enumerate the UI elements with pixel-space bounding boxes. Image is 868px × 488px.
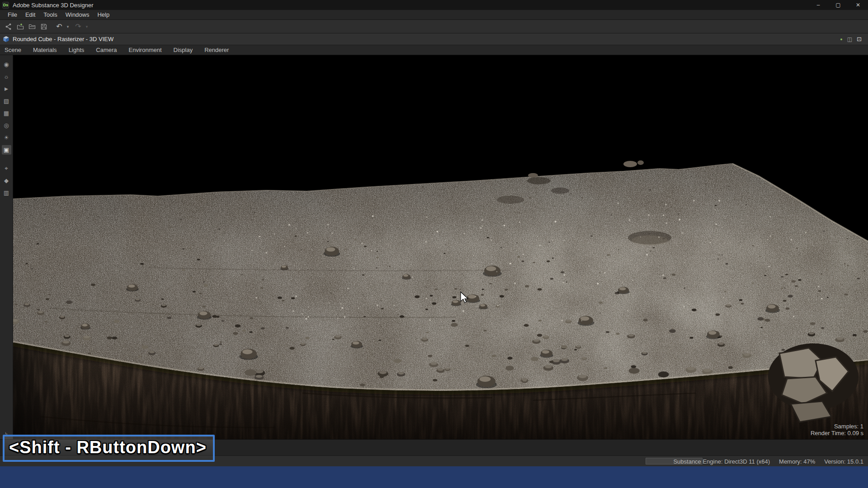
3d-view-menubar: Scene Materials Lights Camera Environmen… (0, 45, 868, 55)
save-glyph (40, 23, 47, 30)
save-icon[interactable] (38, 21, 50, 32)
light-icon[interactable]: ☼ (2, 72, 11, 81)
material-icon[interactable]: ▧ (2, 96, 11, 106)
redo-button[interactable]: ↷ (72, 21, 84, 32)
close-button[interactable]: ✕ (848, 0, 868, 10)
node-graph-glyph (5, 23, 12, 30)
main-toolbar: ↶ ▾ ↷ ▾ (0, 20, 868, 33)
menu-display[interactable]: Display (174, 47, 193, 53)
magnify-icon[interactable]: ◎ (2, 121, 11, 130)
engine-label: Substance Engine: Direct3D 11 (x64) (673, 458, 770, 465)
shortcut-overlay: <Shift - RButtonDown> (3, 435, 215, 462)
camera-icon[interactable]: ◉ (2, 60, 11, 69)
menu-windows[interactable]: Windows (61, 10, 94, 19)
undo-button[interactable]: ↶ (53, 21, 65, 32)
memory-label: Memory: 47% (779, 458, 815, 465)
import-glyph (17, 23, 24, 30)
title-bar[interactable]: Ds Adobe Substance 3D Designer – ▢ ✕ (0, 0, 868, 10)
undo-icon: ↶ (56, 23, 62, 30)
render-time-label: Render Time: 0.09 s (811, 430, 863, 437)
render-stats: Samples: 1 Render Time: 0.09 s (811, 423, 863, 437)
pin-icon[interactable]: ● (840, 37, 842, 42)
lamp-icon[interactable]: ☀ (2, 133, 11, 142)
version-label: Version: 15.0.1 (824, 458, 863, 465)
menu-file[interactable]: File (4, 10, 21, 19)
redo-dropdown-caret[interactable]: ▾ (84, 21, 90, 32)
rock-render (13, 55, 868, 439)
panel-3d-cube-icon (3, 36, 9, 42)
menu-camera[interactable]: Camera (96, 47, 117, 53)
pointer-icon[interactable]: ► (2, 84, 11, 94)
dock-icon[interactable]: ◫ (847, 36, 852, 42)
menu-scene[interactable]: Scene (5, 47, 21, 53)
expand-icon[interactable]: ⊡ (857, 36, 862, 42)
app-menubar: File Edit Tools Windows Help (0, 10, 868, 20)
maximize-button[interactable]: ▢ (828, 0, 848, 10)
shader-ball-icon[interactable]: ◆ (2, 176, 11, 185)
transform-icon[interactable]: ⌖ (2, 164, 11, 173)
menu-renderer[interactable]: Renderer (204, 47, 229, 53)
3d-view-panel-header: Rounded Cube - Rasterizer - 3D VIEW ● ◫ … (0, 33, 868, 45)
redo-icon: ↷ (75, 23, 81, 30)
histogram-icon[interactable]: ▥ (2, 188, 11, 197)
undo-dropdown-caret[interactable]: ▾ (65, 21, 71, 32)
menu-tools[interactable]: Tools (39, 10, 61, 19)
app-icon: Ds (2, 2, 9, 9)
open-file-glyph (28, 23, 36, 30)
menu-help[interactable]: Help (93, 10, 113, 19)
render-region-icon[interactable]: ▣ (2, 145, 11, 155)
menu-environment[interactable]: Environment (129, 47, 162, 53)
taskbar-strip (0, 466, 868, 488)
menu-lights[interactable]: Lights (69, 47, 85, 53)
minimize-button[interactable]: – (808, 0, 828, 10)
node-graph-icon[interactable] (3, 21, 14, 32)
menu-edit[interactable]: Edit (21, 10, 39, 19)
viewport-tool-column: ◉ ☼ ► ▧ ▦ ◎ ☀ ▣ ⌖ ◆ ▥ ⌞ (0, 55, 13, 439)
menu-materials[interactable]: Materials (33, 47, 57, 53)
window-title: Adobe Substance 3D Designer (13, 2, 94, 9)
panel-title: Rounded Cube - Rasterizer - 3D VIEW (13, 36, 113, 42)
application-window: Ds Adobe Substance 3D Designer – ▢ ✕ Fil… (0, 0, 868, 488)
open-file-icon[interactable] (26, 21, 38, 32)
import-icon[interactable] (14, 21, 26, 32)
samples-label: Samples: 1 (811, 423, 863, 430)
3d-viewport[interactable]: Samples: 1 Render Time: 0.09 s (13, 55, 868, 439)
texture-icon[interactable]: ▦ (2, 108, 11, 118)
